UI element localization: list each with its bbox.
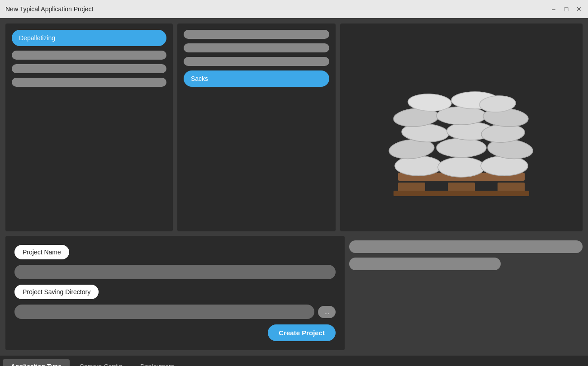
bottom-section: Project Name Project Saving Directory ..… bbox=[5, 236, 583, 350]
project-dir-row: ... bbox=[14, 305, 336, 319]
window-title: New Typical Application Project bbox=[5, 5, 93, 13]
application-type-panel: Depalletizing bbox=[5, 23, 173, 231]
tab-deployment[interactable]: Deployment bbox=[132, 359, 182, 366]
right-item-3[interactable] bbox=[184, 57, 329, 66]
main-content: Depalletizing Sacks bbox=[0, 18, 588, 356]
title-bar: New Typical Application Project – □ ✕ bbox=[0, 0, 588, 18]
close-button[interactable]: ✕ bbox=[575, 5, 583, 13]
svg-rect-4 bbox=[394, 191, 529, 196]
tab-application-type[interactable]: Application Type bbox=[3, 359, 70, 366]
right-bar-1 bbox=[349, 240, 583, 253]
right-controls bbox=[349, 236, 583, 350]
project-dir-input[interactable] bbox=[14, 305, 314, 319]
project-name-input[interactable] bbox=[14, 265, 336, 279]
browse-button[interactable]: ... bbox=[318, 306, 336, 318]
tab-bar: Application Type Camera Config Deploymen… bbox=[0, 356, 588, 366]
form-panel: Project Name Project Saving Directory ..… bbox=[5, 236, 345, 350]
right-item-1[interactable] bbox=[184, 30, 329, 39]
right-item-sacks[interactable]: Sacks bbox=[184, 70, 329, 87]
left-item-2[interactable] bbox=[12, 51, 166, 60]
left-item-4[interactable] bbox=[12, 78, 166, 87]
project-dir-label: Project Saving Directory bbox=[14, 285, 99, 299]
right-item-2[interactable] bbox=[184, 43, 329, 52]
object-type-panel: Sacks bbox=[177, 23, 336, 231]
project-name-label: Project Name bbox=[14, 245, 69, 259]
right-bar-2 bbox=[349, 258, 501, 270]
preview-image-panel bbox=[340, 23, 583, 231]
pallet-illustration bbox=[380, 51, 543, 204]
create-project-button[interactable]: Create Project bbox=[268, 324, 336, 341]
minimize-button[interactable]: – bbox=[550, 5, 557, 13]
left-item-3[interactable] bbox=[12, 64, 166, 73]
tab-camera-config[interactable]: Camera Config bbox=[71, 359, 130, 366]
top-section: Depalletizing Sacks bbox=[5, 23, 583, 231]
left-item-depalletizing[interactable]: Depalletizing bbox=[12, 30, 166, 46]
window-controls: – □ ✕ bbox=[550, 5, 583, 13]
maximize-button[interactable]: □ bbox=[563, 5, 570, 13]
